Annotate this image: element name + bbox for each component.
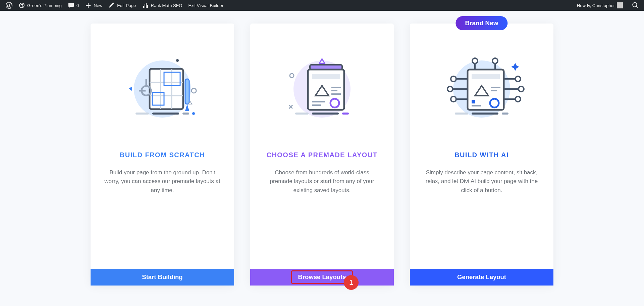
svg-rect-60 <box>472 113 498 115</box>
wp-admin-bar: Green's Plumbing 0 New Edit Page Rank Ma… <box>0 0 644 11</box>
svg-rect-61 <box>502 113 508 115</box>
pencil-icon <box>108 2 115 9</box>
edit-page-link[interactable]: Edit Page <box>105 0 139 11</box>
svg-point-46 <box>447 86 453 92</box>
svg-rect-36 <box>472 74 500 79</box>
wp-logo[interactable] <box>3 0 15 11</box>
illustration-premade <box>250 24 394 148</box>
svg-point-44 <box>451 76 456 82</box>
browse-layouts-button[interactable]: Browse Layouts <box>250 269 394 286</box>
svg-rect-31 <box>295 113 309 115</box>
svg-point-58 <box>492 58 498 63</box>
svg-point-17 <box>192 112 195 115</box>
site-name-text: Green's Plumbing <box>27 3 62 8</box>
chart-icon <box>142 2 149 9</box>
card-desc: Build your page from the ground up. Don'… <box>91 168 234 195</box>
card-premade-layout: CHOOSE A PREMADE LAYOUT Choose from hund… <box>250 24 394 286</box>
illustration-scratch <box>91 24 234 148</box>
start-building-button[interactable]: Start Building <box>91 269 234 286</box>
svg-point-48 <box>451 96 456 102</box>
wordpress-icon <box>6 2 12 9</box>
generate-layout-button[interactable]: Generate Layout <box>410 269 553 286</box>
new-text: New <box>94 3 102 8</box>
svg-rect-33 <box>342 113 349 115</box>
exit-vb-link[interactable]: Exit Visual Builder <box>185 0 226 11</box>
dashboard-icon <box>18 2 25 9</box>
card-title: CHOOSE A PREMADE LAYOUT <box>266 151 377 159</box>
svg-rect-59 <box>455 113 468 115</box>
card-build-from-scratch: BUILD FROM SCRATCH Build your page from … <box>91 24 234 286</box>
svg-point-12 <box>192 88 196 93</box>
annotation-badge: 1 <box>344 275 359 290</box>
brand-new-badge: Brand New <box>455 16 507 30</box>
comment-icon <box>68 2 74 9</box>
svg-rect-16 <box>182 113 189 115</box>
illustration-ai <box>410 24 553 148</box>
svg-point-30 <box>290 74 294 78</box>
svg-point-56 <box>472 58 478 63</box>
card-desc: Choose from hundreds of world-class prem… <box>250 168 394 195</box>
search-link[interactable] <box>629 0 641 11</box>
card-title: BUILD WITH AI <box>454 151 509 159</box>
card-title: BUILD FROM SCRATCH <box>120 151 205 159</box>
card-grid: BUILD FROM SCRATCH Build your page from … <box>0 11 644 286</box>
svg-rect-1 <box>150 69 183 109</box>
svg-rect-41 <box>472 100 475 103</box>
card-desc: Simply describe your page content, sit b… <box>410 168 553 195</box>
site-name-link[interactable]: Green's Plumbing <box>15 0 65 11</box>
svg-rect-14 <box>136 113 149 115</box>
comments-link[interactable]: 0 <box>65 0 82 11</box>
svg-rect-15 <box>152 113 179 115</box>
svg-point-50 <box>515 76 521 82</box>
svg-rect-8 <box>185 79 189 104</box>
rank-math-link[interactable]: Rank Math SEO <box>139 0 185 11</box>
plus-icon <box>85 2 92 9</box>
svg-rect-32 <box>312 113 339 115</box>
svg-point-10 <box>176 59 179 62</box>
svg-point-52 <box>519 86 524 92</box>
card-build-with-ai: Brand New <box>410 24 553 286</box>
svg-rect-21 <box>312 74 340 79</box>
howdy-text: Howdy, Christopher <box>577 3 615 8</box>
svg-marker-11 <box>129 86 132 91</box>
edit-page-text: Edit Page <box>117 3 136 8</box>
svg-point-54 <box>515 96 521 102</box>
howdy-link[interactable]: Howdy, Christopher <box>574 0 626 11</box>
new-link[interactable]: New <box>82 0 105 11</box>
avatar <box>617 2 623 8</box>
comments-count: 0 <box>76 3 79 8</box>
rank-math-text: Rank Math SEO <box>151 3 182 8</box>
search-icon <box>632 2 638 8</box>
